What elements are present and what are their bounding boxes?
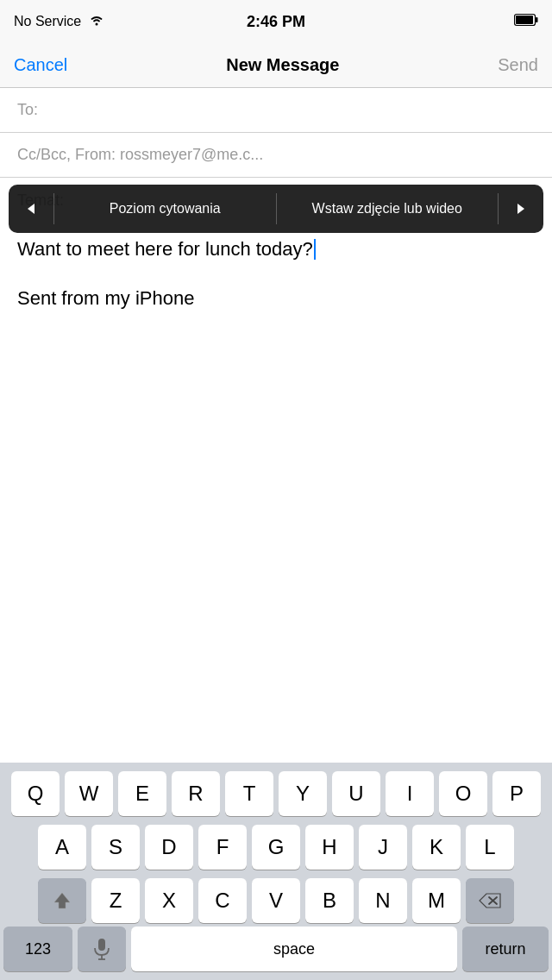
- key-numbers[interactable]: 123: [3, 927, 72, 971]
- status-right: [514, 13, 538, 30]
- toolbar-left-arrow[interactable]: [9, 185, 53, 233]
- keyboard: Q W E R T Y U I O P A S D F G H J K L: [0, 763, 552, 980]
- bottom-row: 123 space return: [0, 927, 552, 980]
- key-t[interactable]: T: [225, 771, 273, 816]
- key-space[interactable]: space: [131, 927, 457, 971]
- key-y[interactable]: Y: [279, 771, 327, 816]
- to-input[interactable]: [52, 101, 535, 119]
- key-row-2: A S D F G H J K L: [3, 825, 549, 870]
- nav-bar: Cancel New Message Send: [0, 43, 552, 88]
- key-u[interactable]: U: [332, 771, 380, 816]
- wifi-icon: [88, 13, 105, 30]
- key-b[interactable]: B: [305, 878, 354, 923]
- status-bar: No Service 2:46 PM: [0, 0, 552, 43]
- message-content: Want to meet here for lunch today?: [17, 238, 313, 260]
- cc-placeholder: Cc/Bcc, From: rossmeyer7@me.c...: [17, 146, 263, 164]
- to-label: To:: [17, 101, 52, 119]
- key-mic[interactable]: [78, 927, 126, 971]
- key-x[interactable]: X: [145, 878, 193, 923]
- key-r[interactable]: R: [172, 771, 220, 816]
- message-text: Want to meet here for lunch today?: [17, 236, 535, 263]
- key-f[interactable]: F: [198, 825, 247, 870]
- send-button[interactable]: Send: [498, 48, 538, 82]
- key-z[interactable]: Z: [91, 878, 140, 923]
- key-row-3: Z X C V B N M: [3, 878, 549, 923]
- key-k[interactable]: K: [412, 825, 461, 870]
- subject-row: Temat: Poziom cytowania Wstaw zdjęcie lu…: [0, 178, 552, 223]
- key-l[interactable]: L: [466, 825, 514, 870]
- key-e[interactable]: E: [118, 771, 166, 816]
- cancel-button[interactable]: Cancel: [14, 48, 67, 82]
- no-service-label: No Service: [14, 14, 81, 29]
- battery-icon: [514, 13, 538, 30]
- key-j[interactable]: J: [359, 825, 407, 870]
- to-field-row: To:: [0, 88, 552, 133]
- svg-rect-2: [516, 16, 533, 24]
- toolbar-item-quote[interactable]: Poziom cytowania: [54, 201, 276, 217]
- status-left: No Service: [14, 13, 105, 30]
- key-i[interactable]: I: [386, 771, 434, 816]
- svg-point-0: [96, 23, 98, 26]
- key-o[interactable]: O: [439, 771, 487, 816]
- key-c[interactable]: C: [198, 878, 247, 923]
- text-cursor: [314, 239, 316, 260]
- status-time: 2:46 PM: [247, 13, 305, 31]
- toolbar-popup: Poziom cytowania Wstaw zdjęcie lub wideo: [9, 185, 543, 233]
- key-m[interactable]: M: [412, 878, 461, 923]
- message-body[interactable]: Want to meet here for lunch today? Sent …: [0, 223, 552, 361]
- toolbar-item-media[interactable]: Wstaw zdjęcie lub wideo: [277, 201, 499, 217]
- svg-marker-4: [28, 204, 34, 214]
- key-g[interactable]: G: [252, 825, 300, 870]
- key-q[interactable]: Q: [11, 771, 60, 816]
- svg-rect-3: [536, 17, 538, 22]
- key-row-1: Q W E R T Y U I O P: [3, 771, 549, 816]
- key-delete[interactable]: [466, 878, 514, 923]
- key-s[interactable]: S: [91, 825, 140, 870]
- svg-marker-5: [518, 204, 524, 214]
- key-shift[interactable]: [38, 878, 86, 923]
- svg-marker-6: [54, 893, 70, 908]
- key-rows: Q W E R T Y U I O P A S D F G H J K L: [0, 763, 552, 927]
- key-h[interactable]: H: [305, 825, 354, 870]
- key-p[interactable]: P: [492, 771, 541, 816]
- key-a[interactable]: A: [38, 825, 86, 870]
- cc-row[interactable]: Cc/Bcc, From: rossmeyer7@me.c...: [0, 133, 552, 178]
- compose-area: To: Cc/Bcc, From: rossmeyer7@me.c... Tem…: [0, 88, 552, 223]
- svg-rect-9: [98, 939, 105, 951]
- key-w[interactable]: W: [65, 771, 113, 816]
- toolbar-right-arrow[interactable]: [499, 185, 543, 233]
- signature: Sent from my iPhone: [17, 287, 535, 310]
- key-v[interactable]: V: [252, 878, 300, 923]
- key-d[interactable]: D: [145, 825, 193, 870]
- nav-title: New Message: [226, 55, 339, 75]
- key-return[interactable]: return: [462, 927, 549, 971]
- key-n[interactable]: N: [359, 878, 407, 923]
